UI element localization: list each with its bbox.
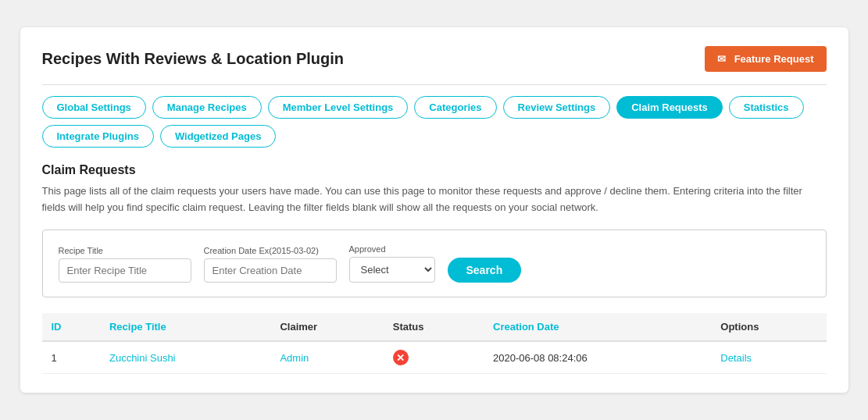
data-table: ID Recipe Title Claimer Status Creation … — [42, 313, 827, 374]
details-link[interactable]: Details — [720, 352, 752, 364]
cell-id: 1 — [42, 341, 100, 374]
col-header-options: Options — [711, 313, 826, 341]
tab-claim-requests[interactable]: Claim Requests — [616, 96, 723, 119]
recipe-title-field: Recipe Title — [59, 246, 191, 283]
approved-field: Approved Select Yes No — [349, 244, 435, 283]
col-header-id: ID — [42, 313, 100, 341]
table-row: 1 Zucchini Sushi Admin ✕ 2020-06-08 08:2… — [42, 341, 827, 374]
creation-date-input[interactable] — [204, 258, 337, 283]
creation-date-field: Creation Date Ex(2015-03-02) — [204, 246, 337, 283]
tab-member-level-settings[interactable]: Member Level Settings — [268, 96, 409, 119]
claimer-link[interactable]: Admin — [280, 352, 309, 364]
table-header-row: ID Recipe Title Claimer Status Creation … — [42, 313, 827, 341]
cell-options: Details — [711, 341, 826, 374]
status-declined-icon: ✕ — [393, 350, 409, 365]
cell-recipe-title: Zucchini Sushi — [100, 341, 270, 374]
approved-select[interactable]: Select Yes No — [349, 257, 435, 283]
section-title: Claim Requests — [42, 163, 827, 177]
approved-label: Approved — [349, 244, 435, 254]
tab-manage-recipes[interactable]: Manage Recipes — [152, 96, 262, 119]
tab-review-settings[interactable]: Review Settings — [503, 96, 611, 119]
cell-creation-date: 2020-06-08 08:24:06 — [484, 341, 711, 374]
header-row: Recipes With Reviews & Location Plugin ✉… — [42, 46, 827, 72]
recipe-title-label: Recipe Title — [59, 246, 191, 255]
cell-claimer: Admin — [270, 341, 383, 374]
creation-date-label: Creation Date Ex(2015-03-02) — [204, 246, 337, 255]
page-title: Recipes With Reviews & Location Plugin — [42, 50, 345, 68]
filter-box: Recipe Title Creation Date Ex(2015-03-02… — [42, 230, 827, 297]
cell-status: ✕ — [384, 341, 484, 374]
tab-global-settings[interactable]: Global Settings — [42, 96, 146, 119]
col-header-status: Status — [384, 313, 484, 341]
tab-categories[interactable]: Categories — [414, 96, 496, 119]
nav-tabs: Global Settings Manage Recipes Member Le… — [42, 96, 827, 148]
recipe-title-link[interactable]: Zucchini Sushi — [109, 352, 176, 364]
recipe-title-input[interactable] — [59, 258, 191, 283]
col-header-creation-date: Creation Date — [484, 313, 711, 341]
envelope-icon: ✉ — [717, 53, 726, 65]
header-divider — [42, 84, 827, 85]
section-description: This page lists all of the claim request… — [42, 183, 827, 216]
tab-statistics[interactable]: Statistics — [729, 96, 804, 119]
tab-widgetized-pages[interactable]: Widgetized Pages — [160, 125, 276, 148]
search-button[interactable]: Search — [448, 258, 522, 283]
filter-row: Recipe Title Creation Date Ex(2015-03-02… — [59, 244, 810, 283]
col-header-recipe-title: Recipe Title — [100, 313, 270, 341]
tab-integrate-plugins[interactable]: Integrate Plugins — [42, 125, 154, 148]
main-card: Recipes With Reviews & Location Plugin ✉… — [20, 27, 848, 393]
col-header-claimer: Claimer — [270, 313, 383, 341]
feature-request-button[interactable]: ✉ Feature Request — [705, 46, 827, 72]
